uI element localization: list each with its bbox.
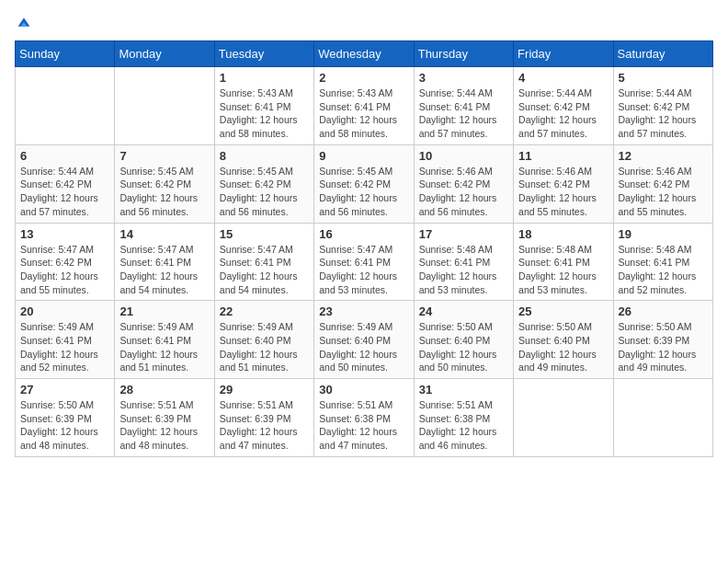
weekday-header: Saturday	[613, 41, 712, 67]
calendar-day-cell: 6Sunrise: 5:44 AMSunset: 6:42 PMDaylight…	[16, 144, 115, 223]
calendar-day-cell: 24Sunrise: 5:50 AMSunset: 6:40 PMDayligh…	[414, 301, 513, 379]
calendar-day-cell: 19Sunrise: 5:48 AMSunset: 6:41 PMDayligh…	[613, 223, 712, 301]
day-info: Sunrise: 5:47 AMSunset: 6:41 PMDaylight:…	[119, 243, 209, 297]
calendar-day-cell: 12Sunrise: 5:46 AMSunset: 6:42 PMDayligh…	[613, 144, 712, 223]
calendar-table: SundayMondayTuesdayWednesdayThursdayFrid…	[15, 40, 713, 457]
day-info: Sunrise: 5:51 AMSunset: 6:39 PMDaylight:…	[220, 398, 309, 453]
day-number: 24	[419, 304, 508, 318]
weekday-header: Monday	[115, 41, 214, 67]
day-number: 8	[220, 149, 309, 163]
day-info: Sunrise: 5:51 AMSunset: 6:39 PMDaylight:…	[119, 398, 209, 453]
day-number: 17	[419, 227, 508, 241]
day-info: Sunrise: 5:50 AMSunset: 6:39 PMDaylight:…	[619, 320, 708, 374]
day-info: Sunrise: 5:48 AMSunset: 6:41 PMDaylight:…	[619, 243, 708, 297]
day-number: 22	[220, 304, 309, 318]
day-number: 18	[518, 227, 608, 241]
calendar-day-cell: 28Sunrise: 5:51 AMSunset: 6:39 PMDayligh…	[115, 379, 214, 457]
calendar-day-cell: 13Sunrise: 5:47 AMSunset: 6:42 PMDayligh…	[16, 223, 115, 301]
day-info: Sunrise: 5:49 AMSunset: 6:40 PMDaylight:…	[220, 320, 309, 374]
day-number: 14	[119, 227, 209, 241]
day-info: Sunrise: 5:47 AMSunset: 6:42 PMDaylight:…	[20, 243, 109, 297]
day-info: Sunrise: 5:47 AMSunset: 6:41 PMDaylight:…	[319, 243, 408, 297]
calendar-day-cell: 4Sunrise: 5:44 AMSunset: 6:42 PMDaylight…	[514, 67, 613, 145]
calendar-day-cell: 2Sunrise: 5:43 AMSunset: 6:41 PMDaylight…	[314, 67, 414, 145]
day-number: 10	[419, 149, 508, 163]
day-number: 15	[220, 227, 309, 241]
weekday-header: Wednesday	[314, 41, 414, 67]
calendar-day-cell: 26Sunrise: 5:50 AMSunset: 6:39 PMDayligh…	[613, 301, 712, 379]
day-info: Sunrise: 5:46 AMSunset: 6:42 PMDaylight:…	[419, 165, 508, 219]
day-info: Sunrise: 5:51 AMSunset: 6:38 PMDaylight:…	[319, 398, 408, 453]
day-info: Sunrise: 5:49 AMSunset: 6:40 PMDaylight:…	[319, 320, 408, 374]
day-number: 4	[518, 71, 608, 85]
weekday-header: Thursday	[414, 41, 513, 67]
calendar-week-row: 1Sunrise: 5:43 AMSunset: 6:41 PMDaylight…	[16, 67, 713, 145]
calendar-day-cell: 15Sunrise: 5:47 AMSunset: 6:41 PMDayligh…	[214, 223, 313, 301]
calendar-day-cell: 29Sunrise: 5:51 AMSunset: 6:39 PMDayligh…	[214, 379, 313, 457]
calendar-day-cell	[115, 67, 214, 145]
calendar-day-cell: 7Sunrise: 5:45 AMSunset: 6:42 PMDaylight…	[115, 144, 214, 223]
calendar-day-cell: 1Sunrise: 5:43 AMSunset: 6:41 PMDaylight…	[214, 67, 313, 145]
calendar-week-row: 20Sunrise: 5:49 AMSunset: 6:41 PMDayligh…	[16, 301, 713, 379]
day-info: Sunrise: 5:49 AMSunset: 6:41 PMDaylight:…	[20, 320, 109, 374]
calendar-day-cell: 27Sunrise: 5:50 AMSunset: 6:39 PMDayligh…	[16, 379, 115, 457]
calendar-day-cell	[514, 379, 613, 457]
calendar-week-row: 27Sunrise: 5:50 AMSunset: 6:39 PMDayligh…	[16, 379, 713, 457]
day-number: 6	[20, 149, 109, 163]
calendar-day-cell: 8Sunrise: 5:45 AMSunset: 6:42 PMDaylight…	[214, 144, 313, 223]
day-number: 9	[319, 149, 408, 163]
calendar-day-cell: 20Sunrise: 5:49 AMSunset: 6:41 PMDayligh…	[16, 301, 115, 379]
calendar-day-cell: 30Sunrise: 5:51 AMSunset: 6:38 PMDayligh…	[314, 379, 414, 457]
calendar-week-row: 13Sunrise: 5:47 AMSunset: 6:42 PMDayligh…	[16, 223, 713, 301]
calendar-day-cell: 11Sunrise: 5:46 AMSunset: 6:42 PMDayligh…	[514, 144, 613, 223]
calendar-day-cell: 17Sunrise: 5:48 AMSunset: 6:41 PMDayligh…	[414, 223, 513, 301]
calendar-day-cell: 9Sunrise: 5:45 AMSunset: 6:42 PMDaylight…	[314, 144, 414, 223]
calendar-day-cell: 14Sunrise: 5:47 AMSunset: 6:41 PMDayligh…	[115, 223, 214, 301]
day-info: Sunrise: 5:46 AMSunset: 6:42 PMDaylight:…	[619, 165, 708, 219]
weekday-header: Tuesday	[214, 41, 313, 67]
day-info: Sunrise: 5:45 AMSunset: 6:42 PMDaylight:…	[119, 165, 209, 219]
day-info: Sunrise: 5:44 AMSunset: 6:42 PMDaylight:…	[20, 165, 109, 219]
day-number: 13	[20, 227, 109, 241]
calendar-day-cell: 5Sunrise: 5:44 AMSunset: 6:42 PMDaylight…	[613, 67, 712, 145]
day-info: Sunrise: 5:44 AMSunset: 6:42 PMDaylight:…	[619, 86, 708, 141]
calendar-day-cell: 18Sunrise: 5:48 AMSunset: 6:41 PMDayligh…	[514, 223, 613, 301]
day-info: Sunrise: 5:43 AMSunset: 6:41 PMDaylight:…	[319, 86, 408, 141]
day-number: 5	[619, 71, 708, 85]
calendar-day-cell: 3Sunrise: 5:44 AMSunset: 6:41 PMDaylight…	[414, 67, 513, 145]
calendar-day-cell	[613, 379, 712, 457]
day-number: 12	[619, 149, 708, 163]
day-info: Sunrise: 5:44 AMSunset: 6:42 PMDaylight:…	[518, 86, 608, 141]
day-info: Sunrise: 5:48 AMSunset: 6:41 PMDaylight:…	[419, 243, 508, 297]
day-number: 21	[119, 304, 209, 318]
day-info: Sunrise: 5:49 AMSunset: 6:41 PMDaylight:…	[119, 320, 209, 374]
calendar-day-cell: 22Sunrise: 5:49 AMSunset: 6:40 PMDayligh…	[214, 301, 313, 379]
calendar-day-cell: 21Sunrise: 5:49 AMSunset: 6:41 PMDayligh…	[115, 301, 214, 379]
day-number: 20	[20, 304, 109, 318]
day-info: Sunrise: 5:43 AMSunset: 6:41 PMDaylight:…	[220, 86, 309, 141]
calendar-header-row: SundayMondayTuesdayWednesdayThursdayFrid…	[16, 41, 713, 67]
day-number: 16	[319, 227, 408, 241]
calendar-day-cell: 16Sunrise: 5:47 AMSunset: 6:41 PMDayligh…	[314, 223, 414, 301]
calendar-week-row: 6Sunrise: 5:44 AMSunset: 6:42 PMDaylight…	[16, 144, 713, 223]
calendar-day-cell: 10Sunrise: 5:46 AMSunset: 6:42 PMDayligh…	[414, 144, 513, 223]
day-number: 30	[319, 383, 408, 396]
weekday-header: Sunday	[16, 41, 115, 67]
day-number: 28	[119, 383, 209, 396]
day-number: 31	[419, 383, 508, 396]
weekday-header: Friday	[514, 41, 613, 67]
day-info: Sunrise: 5:51 AMSunset: 6:38 PMDaylight:…	[419, 398, 508, 453]
day-info: Sunrise: 5:50 AMSunset: 6:40 PMDaylight:…	[419, 320, 508, 374]
day-number: 11	[518, 149, 608, 163]
logo-icon	[17, 15, 31, 29]
day-number: 7	[119, 149, 209, 163]
day-number: 29	[220, 383, 309, 396]
day-number: 19	[619, 227, 708, 241]
day-number: 23	[319, 304, 408, 318]
day-info: Sunrise: 5:50 AMSunset: 6:40 PMDaylight:…	[518, 320, 608, 374]
day-info: Sunrise: 5:50 AMSunset: 6:39 PMDaylight:…	[20, 398, 109, 453]
calendar-day-cell	[16, 67, 115, 145]
day-info: Sunrise: 5:45 AMSunset: 6:42 PMDaylight:…	[319, 165, 408, 219]
calendar-day-cell: 23Sunrise: 5:49 AMSunset: 6:40 PMDayligh…	[314, 301, 414, 379]
day-number: 25	[518, 304, 608, 318]
